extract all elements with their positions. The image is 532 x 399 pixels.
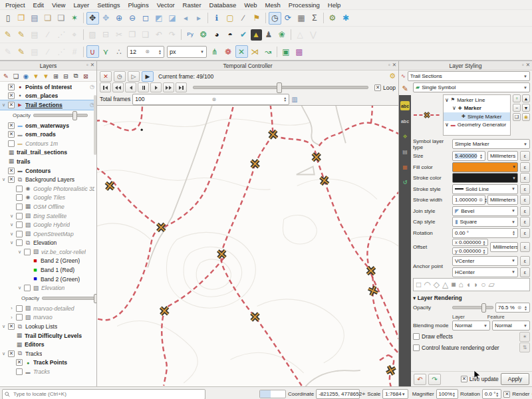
export-animation-icon[interactable]: ▥ (291, 96, 297, 103)
locator-search[interactable] (2, 389, 205, 399)
data-defined-icon[interactable]: ε (520, 184, 530, 194)
menu-item-database[interactable]: Database (205, 1, 241, 9)
step-back-button[interactable] (112, 82, 124, 92)
pan-to-selection-button[interactable]: ✥ (100, 12, 112, 25)
layer-item-elevation[interactable]: ∨▧Elevation (0, 283, 96, 293)
layer-visibility-checkbox[interactable] (16, 231, 23, 237)
filter-legend-button[interactable]: ▼ (31, 71, 41, 80)
total-frames-spinbox[interactable]: 100 ⊗ ▲▼ (132, 94, 289, 105)
plugin-dark-check-button[interactable]: ◕ (211, 29, 223, 41)
layer-visibility-checkbox[interactable] (16, 239, 23, 246)
redo-button[interactable]: ↷ (166, 29, 179, 41)
move-down-button[interactable]: ▼ (522, 104, 530, 112)
zoom-full-button[interactable]: ◻ (140, 12, 152, 25)
layer-visibility-checkbox[interactable]: ✕ (8, 84, 15, 90)
avoid-overlap-button[interactable]: ⋊ (249, 45, 261, 58)
layer-item-google-photorealistic-3d-tiles[interactable]: ◉Google Photorealistic 3D Tiles (0, 184, 96, 194)
menu-item-settings[interactable]: Settings (93, 1, 124, 9)
float-panel-icon[interactable]: ▫ (522, 62, 524, 68)
paste-features-button[interactable]: ❑ (140, 29, 152, 41)
tab-view-3d[interactable]: ❖ (400, 132, 410, 141)
snap-tolerance-spinbox[interactable]: 12⊗▲▼ (127, 46, 164, 58)
shape-option-9[interactable]: ▱ (488, 280, 494, 289)
expander-icon[interactable]: ∨ (1, 351, 6, 356)
temporal-fixed-range-button[interactable]: ◷ (114, 71, 126, 82)
offset-x-spinbox[interactable]: x0.000000▲▼ (452, 239, 488, 246)
layer-item-marvao[interactable]: ›▨marvao (0, 313, 96, 323)
menu-item-mesh[interactable]: Mesh (261, 1, 285, 9)
shape-option-7[interactable]: ◗ (473, 280, 478, 289)
layer-item-contours[interactable]: ✕▬Contours (0, 166, 96, 176)
expander-icon[interactable]: ∨ (1, 177, 6, 182)
adv-grid-button[interactable]: # (68, 45, 81, 58)
menu-item-view[interactable]: View (48, 1, 69, 9)
vertex-tool-button[interactable]: ⌖ (68, 29, 81, 41)
layer-item-tracks[interactable]: ▬Tracks (0, 367, 96, 376)
layer-item-contours-1m[interactable]: ▬Contours 1m (0, 139, 96, 148)
project-open-button[interactable]: ❐ (15, 12, 28, 25)
add-group-button[interactable]: ❏ (11, 71, 21, 80)
attribute-table-button[interactable]: ▦ (295, 12, 308, 25)
rotation-spinbox[interactable]: 0.00 °▲▼ (452, 228, 518, 238)
remove-symbol-layer-button[interactable]: − (513, 104, 521, 112)
expander-icon[interactable]: › (9, 306, 14, 311)
measure-button[interactable]: ∕ (237, 12, 250, 25)
zoom-in-button[interactable]: ⊕ (113, 12, 126, 25)
undo-style-button[interactable]: ↶ (414, 374, 426, 385)
apply-button[interactable]: Apply (501, 373, 529, 385)
extents-icon[interactable]: ⌖ (362, 391, 365, 397)
effects-options-icon[interactable]: ✶ (519, 332, 530, 342)
remove-layer-button[interactable]: ⊠ (81, 71, 90, 80)
layers-scrollbar[interactable] (94, 95, 96, 155)
symbol-node-marker-line[interactable]: ∨⚑Marker Line (444, 96, 510, 104)
layer-visibility-checkbox[interactable]: ✕ (16, 359, 23, 366)
project-new-button[interactable]: ▯ (2, 12, 15, 25)
processing-toolbox-button[interactable]: ⚙ (327, 12, 339, 25)
temporal-controller-button[interactable]: ◷ (269, 12, 281, 25)
live-update-checkbox[interactable]: ✕ (461, 376, 467, 382)
layer-visibility-checkbox[interactable]: ✕ (8, 131, 15, 138)
data-defined-icon[interactable]: ε (520, 162, 530, 172)
filter-by-expression-button[interactable]: ▼ (41, 71, 51, 80)
temporal-animated-button[interactable]: ▷ (128, 71, 140, 82)
stroke-style-combo[interactable]: Solid Line▼ (452, 184, 518, 194)
symbol-node-marker[interactable]: ∨✚Marker (444, 104, 510, 113)
data-defined-icon[interactable]: ε (520, 195, 530, 205)
layer-item-trails[interactable]: ▦trails (0, 157, 96, 166)
vertex-tool-all-button[interactable]: ⋰ (55, 29, 68, 41)
plugin-parrot-button[interactable]: ❂ (198, 29, 210, 41)
opacity-slider-handle[interactable] (481, 303, 486, 313)
temporal-off-button[interactable]: ✕ (100, 71, 112, 82)
layer-item-google-hybrid[interactable]: ∨▧Google Hybrid (0, 220, 96, 229)
symbol-node-geometry-generator[interactable]: ∨▬Geometry Generator (444, 121, 510, 130)
expander-icon[interactable]: ∨ (17, 285, 22, 291)
ordering-options-icon[interactable]: ⇅ (519, 342, 530, 352)
layer-item-band-1-red[interactable]: ■Band 1 (Red) (0, 265, 96, 275)
layer-visibility-checkbox[interactable] (16, 314, 23, 321)
opacity-slider[interactable] (452, 306, 493, 309)
layer-visibility-checkbox[interactable] (16, 221, 23, 228)
layer-visibility-checkbox[interactable]: ✕ (8, 168, 15, 174)
layer-item-osm-waterways[interactable]: ✕▬osm_waterways (0, 121, 96, 130)
topological-editing-button[interactable]: ⋔ (209, 45, 221, 58)
snap-intersection-button[interactable]: ❁ (222, 45, 235, 58)
shape-option-2[interactable]: ◇ (434, 280, 440, 289)
north-tool-button[interactable]: △ (294, 29, 307, 41)
shape-option-6[interactable]: ◖ (466, 280, 471, 289)
green-swirl-button[interactable]: ❀ (276, 29, 289, 41)
layer-item-google-tiles[interactable]: ◉Google Tiles (0, 194, 96, 203)
snapping-toggle-button[interactable]: ∪ (86, 45, 99, 58)
select-features-button[interactable]: ▢ (224, 12, 237, 25)
map-canvas[interactable] (97, 106, 398, 386)
zoom-next-button[interactable]: ▸ (193, 12, 205, 25)
style-manager-button[interactable]: ✶ (68, 12, 81, 25)
shape-option-8[interactable]: ○ (481, 280, 485, 289)
user-profile-button[interactable]: ♟ (263, 29, 275, 41)
float-panel-icon[interactable]: ▫ (86, 62, 88, 68)
menu-item-vector[interactable]: Vector (153, 1, 179, 9)
map-refresh-button[interactable]: ⟳ (282, 12, 295, 25)
redo-style-button[interactable]: ↷ (428, 374, 441, 385)
shape-option-1[interactable]: ◠ (424, 280, 430, 289)
layer-item-background-layers[interactable]: ∨✕⧉Background Layers (0, 175, 96, 184)
expander-icon[interactable]: › (9, 315, 14, 320)
